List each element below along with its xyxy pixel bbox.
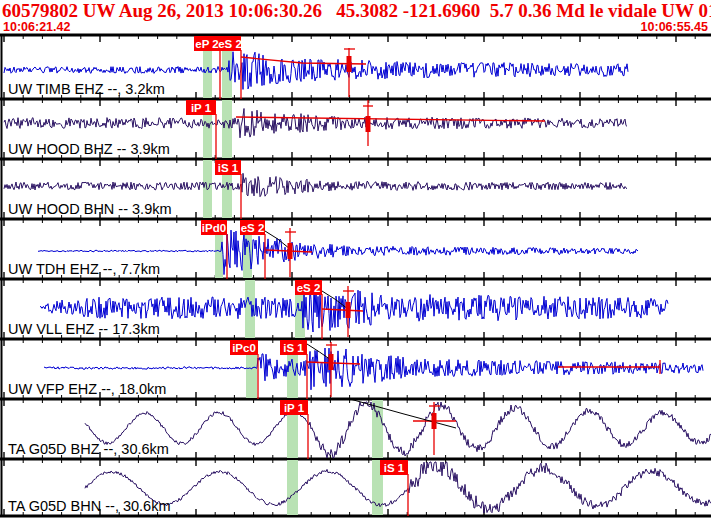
phase-pick-label: eP 2 bbox=[195, 38, 218, 50]
phase-pick-label: eS 2 bbox=[218, 38, 242, 50]
station-label: UW TIMB EHZ --, 3.2km bbox=[8, 81, 165, 97]
phase-pick-label: iS 1 bbox=[283, 342, 304, 354]
station-label: TA G05D BHN --, 30.6km bbox=[8, 498, 171, 514]
phase-pick-label: iPc0 bbox=[232, 342, 256, 354]
phase-pick-label: iP 1 bbox=[284, 402, 305, 414]
station-label: UW HOOD BHZ -- 3.9km bbox=[8, 141, 170, 157]
station-label: UW VLL EHZ -- 17.3km bbox=[8, 321, 160, 337]
station-label: UW VFP EHZ --, 18.0km bbox=[8, 381, 166, 397]
waveform-trace bbox=[4, 109, 627, 138]
window-start-time: 10:06:21.42 bbox=[3, 21, 70, 34]
station-label: UW TDH EHZ --, 7.7km bbox=[8, 261, 160, 277]
header: 60579802 UW Aug 26, 2013 10:06:30.26 45.… bbox=[0, 0, 711, 34]
event-summary: 60579802 UW Aug 26, 2013 10:06:30.26 45.… bbox=[2, 0, 711, 21]
phase-pick-label: iS 1 bbox=[384, 462, 405, 474]
waveform-trace bbox=[4, 173, 627, 196]
seismogram-canvas[interactable]: UW TIMB EHZ --, 3.2kmeP 2eS 2UW HOOD BHZ… bbox=[0, 0, 711, 518]
waveform-trace bbox=[85, 402, 711, 458]
pick-uncertainty-band bbox=[372, 400, 383, 458]
phase-pick-label: iS 1 bbox=[218, 162, 239, 174]
phase-pick-label: eS 2 bbox=[241, 222, 265, 234]
phase-pick-label: iP 1 bbox=[191, 102, 212, 114]
decay-curve bbox=[350, 399, 456, 428]
time-window-row: 10:06:21.42 10:06:55.45 bbox=[0, 21, 711, 34]
window-end-time: 10:06:55.45 bbox=[641, 21, 708, 34]
phase-pick-label: iPd0 bbox=[202, 222, 226, 234]
station-label: UW HOOD BHN -- 3.9km bbox=[8, 201, 172, 217]
station-label: TA G05D BHZ --, 30.6km bbox=[8, 441, 169, 457]
event-header-row: 60579802 UW Aug 26, 2013 10:06:30.26 45.… bbox=[0, 0, 711, 21]
pick-uncertainty-band bbox=[222, 100, 232, 158]
phase-pick-label: eS 2 bbox=[297, 282, 321, 294]
seismic-review-window: 60579802 UW Aug 26, 2013 10:06:30.26 45.… bbox=[0, 0, 711, 518]
pick-uncertainty-band bbox=[287, 460, 298, 515]
